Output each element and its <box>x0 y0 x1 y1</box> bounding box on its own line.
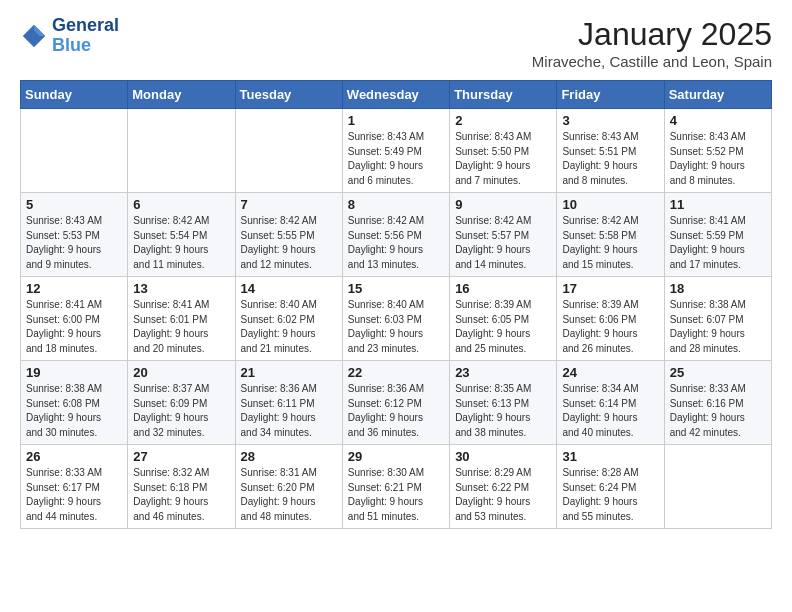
calendar-cell: 9Sunrise: 8:42 AM Sunset: 5:57 PM Daylig… <box>450 193 557 277</box>
day-number: 24 <box>562 365 658 380</box>
day-info: Sunrise: 8:43 AM Sunset: 5:51 PM Dayligh… <box>562 130 658 188</box>
calendar-week: 26Sunrise: 8:33 AM Sunset: 6:17 PM Dayli… <box>21 445 772 529</box>
day-info: Sunrise: 8:32 AM Sunset: 6:18 PM Dayligh… <box>133 466 229 524</box>
day-info: Sunrise: 8:38 AM Sunset: 6:08 PM Dayligh… <box>26 382 122 440</box>
weekday-header: Tuesday <box>235 81 342 109</box>
weekday-header: Saturday <box>664 81 771 109</box>
day-number: 29 <box>348 449 444 464</box>
day-info: Sunrise: 8:39 AM Sunset: 6:05 PM Dayligh… <box>455 298 551 356</box>
day-number: 2 <box>455 113 551 128</box>
day-info: Sunrise: 8:43 AM Sunset: 5:52 PM Dayligh… <box>670 130 766 188</box>
calendar-cell: 21Sunrise: 8:36 AM Sunset: 6:11 PM Dayli… <box>235 361 342 445</box>
day-number: 7 <box>241 197 337 212</box>
day-number: 27 <box>133 449 229 464</box>
day-number: 16 <box>455 281 551 296</box>
day-info: Sunrise: 8:36 AM Sunset: 6:11 PM Dayligh… <box>241 382 337 440</box>
day-number: 31 <box>562 449 658 464</box>
calendar-body: 1Sunrise: 8:43 AM Sunset: 5:49 PM Daylig… <box>21 109 772 529</box>
weekday-row: SundayMondayTuesdayWednesdayThursdayFrid… <box>21 81 772 109</box>
weekday-header: Wednesday <box>342 81 449 109</box>
calendar-cell: 24Sunrise: 8:34 AM Sunset: 6:14 PM Dayli… <box>557 361 664 445</box>
calendar-cell: 3Sunrise: 8:43 AM Sunset: 5:51 PM Daylig… <box>557 109 664 193</box>
day-number: 20 <box>133 365 229 380</box>
day-number: 10 <box>562 197 658 212</box>
day-info: Sunrise: 8:39 AM Sunset: 6:06 PM Dayligh… <box>562 298 658 356</box>
day-number: 25 <box>670 365 766 380</box>
logo: General Blue <box>20 16 119 56</box>
calendar-cell: 17Sunrise: 8:39 AM Sunset: 6:06 PM Dayli… <box>557 277 664 361</box>
calendar-cell: 30Sunrise: 8:29 AM Sunset: 6:22 PM Dayli… <box>450 445 557 529</box>
day-info: Sunrise: 8:43 AM Sunset: 5:53 PM Dayligh… <box>26 214 122 272</box>
calendar-cell: 23Sunrise: 8:35 AM Sunset: 6:13 PM Dayli… <box>450 361 557 445</box>
logo-line1: General <box>52 16 119 36</box>
day-number: 21 <box>241 365 337 380</box>
calendar-cell: 7Sunrise: 8:42 AM Sunset: 5:55 PM Daylig… <box>235 193 342 277</box>
weekday-header: Friday <box>557 81 664 109</box>
calendar-cell: 16Sunrise: 8:39 AM Sunset: 6:05 PM Dayli… <box>450 277 557 361</box>
calendar-cell: 29Sunrise: 8:30 AM Sunset: 6:21 PM Dayli… <box>342 445 449 529</box>
calendar-cell: 6Sunrise: 8:42 AM Sunset: 5:54 PM Daylig… <box>128 193 235 277</box>
logo-text: General Blue <box>52 16 119 56</box>
day-number: 11 <box>670 197 766 212</box>
calendar-cell: 28Sunrise: 8:31 AM Sunset: 6:20 PM Dayli… <box>235 445 342 529</box>
day-info: Sunrise: 8:31 AM Sunset: 6:20 PM Dayligh… <box>241 466 337 524</box>
weekday-header: Monday <box>128 81 235 109</box>
calendar-cell: 2Sunrise: 8:43 AM Sunset: 5:50 PM Daylig… <box>450 109 557 193</box>
day-number: 15 <box>348 281 444 296</box>
calendar-week: 1Sunrise: 8:43 AM Sunset: 5:49 PM Daylig… <box>21 109 772 193</box>
day-info: Sunrise: 8:41 AM Sunset: 6:00 PM Dayligh… <box>26 298 122 356</box>
calendar-cell: 5Sunrise: 8:43 AM Sunset: 5:53 PM Daylig… <box>21 193 128 277</box>
calendar-cell: 10Sunrise: 8:42 AM Sunset: 5:58 PM Dayli… <box>557 193 664 277</box>
calendar-cell: 12Sunrise: 8:41 AM Sunset: 6:00 PM Dayli… <box>21 277 128 361</box>
calendar-cell: 18Sunrise: 8:38 AM Sunset: 6:07 PM Dayli… <box>664 277 771 361</box>
logo-line2: Blue <box>52 35 91 55</box>
day-number: 14 <box>241 281 337 296</box>
calendar-cell: 26Sunrise: 8:33 AM Sunset: 6:17 PM Dayli… <box>21 445 128 529</box>
calendar-cell: 13Sunrise: 8:41 AM Sunset: 6:01 PM Dayli… <box>128 277 235 361</box>
day-number: 12 <box>26 281 122 296</box>
calendar-week: 5Sunrise: 8:43 AM Sunset: 5:53 PM Daylig… <box>21 193 772 277</box>
location-subtitle: Miraveche, Castille and Leon, Spain <box>532 53 772 70</box>
calendar: SundayMondayTuesdayWednesdayThursdayFrid… <box>20 80 772 529</box>
day-number: 22 <box>348 365 444 380</box>
calendar-cell: 27Sunrise: 8:32 AM Sunset: 6:18 PM Dayli… <box>128 445 235 529</box>
calendar-cell: 8Sunrise: 8:42 AM Sunset: 5:56 PM Daylig… <box>342 193 449 277</box>
calendar-cell: 20Sunrise: 8:37 AM Sunset: 6:09 PM Dayli… <box>128 361 235 445</box>
day-info: Sunrise: 8:37 AM Sunset: 6:09 PM Dayligh… <box>133 382 229 440</box>
day-info: Sunrise: 8:30 AM Sunset: 6:21 PM Dayligh… <box>348 466 444 524</box>
page: General Blue January 2025 Miraveche, Cas… <box>0 0 792 545</box>
calendar-cell: 31Sunrise: 8:28 AM Sunset: 6:24 PM Dayli… <box>557 445 664 529</box>
logo-icon <box>20 22 48 50</box>
day-info: Sunrise: 8:42 AM Sunset: 5:57 PM Dayligh… <box>455 214 551 272</box>
calendar-cell <box>235 109 342 193</box>
day-info: Sunrise: 8:40 AM Sunset: 6:02 PM Dayligh… <box>241 298 337 356</box>
calendar-cell: 22Sunrise: 8:36 AM Sunset: 6:12 PM Dayli… <box>342 361 449 445</box>
day-number: 4 <box>670 113 766 128</box>
calendar-cell: 4Sunrise: 8:43 AM Sunset: 5:52 PM Daylig… <box>664 109 771 193</box>
calendar-cell: 25Sunrise: 8:33 AM Sunset: 6:16 PM Dayli… <box>664 361 771 445</box>
day-info: Sunrise: 8:28 AM Sunset: 6:24 PM Dayligh… <box>562 466 658 524</box>
title-block: January 2025 Miraveche, Castille and Leo… <box>532 16 772 70</box>
calendar-cell: 11Sunrise: 8:41 AM Sunset: 5:59 PM Dayli… <box>664 193 771 277</box>
day-number: 30 <box>455 449 551 464</box>
day-info: Sunrise: 8:38 AM Sunset: 6:07 PM Dayligh… <box>670 298 766 356</box>
day-number: 26 <box>26 449 122 464</box>
weekday-header: Thursday <box>450 81 557 109</box>
day-number: 1 <box>348 113 444 128</box>
day-info: Sunrise: 8:42 AM Sunset: 5:58 PM Dayligh… <box>562 214 658 272</box>
day-info: Sunrise: 8:35 AM Sunset: 6:13 PM Dayligh… <box>455 382 551 440</box>
day-info: Sunrise: 8:42 AM Sunset: 5:55 PM Dayligh… <box>241 214 337 272</box>
day-number: 23 <box>455 365 551 380</box>
header: General Blue January 2025 Miraveche, Cas… <box>20 16 772 70</box>
day-info: Sunrise: 8:41 AM Sunset: 5:59 PM Dayligh… <box>670 214 766 272</box>
day-info: Sunrise: 8:42 AM Sunset: 5:54 PM Dayligh… <box>133 214 229 272</box>
calendar-cell: 15Sunrise: 8:40 AM Sunset: 6:03 PM Dayli… <box>342 277 449 361</box>
calendar-cell: 1Sunrise: 8:43 AM Sunset: 5:49 PM Daylig… <box>342 109 449 193</box>
day-number: 13 <box>133 281 229 296</box>
day-number: 8 <box>348 197 444 212</box>
calendar-cell: 14Sunrise: 8:40 AM Sunset: 6:02 PM Dayli… <box>235 277 342 361</box>
day-number: 6 <box>133 197 229 212</box>
day-info: Sunrise: 8:40 AM Sunset: 6:03 PM Dayligh… <box>348 298 444 356</box>
calendar-week: 12Sunrise: 8:41 AM Sunset: 6:00 PM Dayli… <box>21 277 772 361</box>
day-info: Sunrise: 8:36 AM Sunset: 6:12 PM Dayligh… <box>348 382 444 440</box>
